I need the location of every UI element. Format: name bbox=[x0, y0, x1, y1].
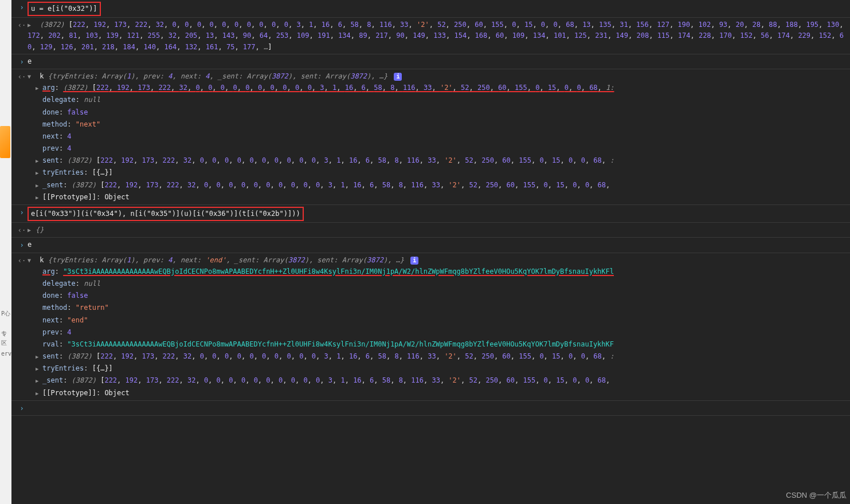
array-preview: (3872) [222, 192, 173, 222, 32, 0, 0, 0,… bbox=[28, 21, 844, 50]
highlighted-expr-2: e[i("0x33")](i("0x34"), n[i("0x35")](u)[… bbox=[28, 207, 304, 221]
input-row-1[interactable]: › u = e[i("0x32")] bbox=[11, 0, 850, 17]
console-panel: › u = e[i("0x32")] ‹· ▶ (3872) [222, 192… bbox=[11, 0, 850, 504]
object-summary-1[interactable]: k {tryEntries: Array(1), prev: 4, next: … bbox=[40, 72, 387, 80]
output-row-k1: ‹· ▼ k {tryEntries: Array(1), prev: 4, n… bbox=[11, 69, 850, 204]
caret-icon[interactable]: ▶ bbox=[36, 353, 41, 361]
output-marker: ‹· bbox=[16, 254, 28, 266]
output-row-array: ‹· ▶ (3872) [222, 192, 173, 222, 32, 0, … bbox=[11, 17, 850, 54]
input-row-empty[interactable]: › bbox=[11, 400, 850, 416]
input-arrow: › bbox=[16, 239, 28, 251]
input-arrow: › bbox=[16, 1, 28, 13]
expand-caret[interactable]: ▼ bbox=[28, 71, 33, 81]
highlighted-expr-1: u = e[i("0x32")] bbox=[28, 2, 101, 16]
left-strip: P心 专区 erv bbox=[0, 0, 11, 504]
caret-icon[interactable]: ▶ bbox=[36, 169, 41, 177]
left-txt3: erv bbox=[1, 349, 11, 359]
left-txt1: P心 bbox=[1, 309, 10, 318]
caret-icon[interactable]: ▶ bbox=[36, 365, 41, 373]
input-row-e1[interactable]: › e bbox=[11, 54, 850, 69]
caret-icon[interactable]: ▶ bbox=[36, 182, 41, 190]
info-icon[interactable]: i bbox=[410, 257, 418, 265]
caret-icon[interactable]: ▶ bbox=[36, 389, 41, 397]
input-row-e2[interactable]: › e bbox=[11, 237, 850, 252]
output-row-empty-obj: ‹· ▶{} bbox=[11, 222, 850, 237]
caret-icon[interactable]: ▶ bbox=[36, 84, 41, 92]
output-marker: ‹· bbox=[16, 70, 28, 82]
info-icon[interactable]: i bbox=[394, 73, 402, 81]
output-marker: ‹· bbox=[16, 224, 28, 236]
caret-icon[interactable]: ▶ bbox=[36, 377, 41, 385]
left-thumb bbox=[0, 126, 10, 158]
watermark: CSDN @一个瓜瓜 bbox=[786, 490, 847, 502]
object-summary-2[interactable]: k {tryEntries: Array(1), prev: 4, next: … bbox=[40, 256, 404, 264]
caret-icon[interactable]: ▶ bbox=[36, 194, 41, 202]
expand-caret[interactable]: ▶ bbox=[28, 19, 33, 30]
output-marker: ‹· bbox=[16, 19, 28, 31]
expand-caret[interactable]: ▶ bbox=[28, 225, 33, 235]
output-row-k2: ‹· ▼ k {tryEntries: Array(1), prev: 4, n… bbox=[11, 253, 850, 400]
caret-icon[interactable]: ▶ bbox=[36, 157, 41, 165]
expand-caret[interactable]: ▼ bbox=[28, 255, 33, 265]
input-arrow: › bbox=[16, 206, 28, 218]
left-txt2: 专区 bbox=[1, 329, 11, 348]
input-arrow: › bbox=[16, 56, 28, 68]
input-row-expr2[interactable]: › e[i("0x33")](i("0x34"), n[i("0x35")](u… bbox=[11, 204, 850, 222]
input-arrow: › bbox=[16, 402, 28, 414]
